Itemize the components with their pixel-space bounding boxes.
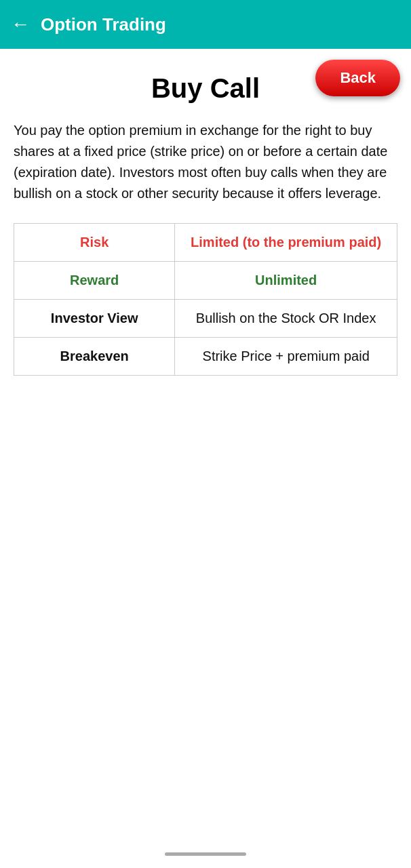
breakeven-value: Strike Price + premium paid — [175, 338, 397, 376]
table-row: Reward Unlimited — [14, 262, 397, 300]
header-back-icon[interactable]: ← — [11, 14, 30, 35]
risk-label: Risk — [14, 224, 175, 262]
bottom-home-bar — [165, 852, 246, 856]
reward-value: Unlimited — [175, 262, 397, 300]
table-row: Breakeven Strike Price + premium paid — [14, 338, 397, 376]
description-text: You pay the option premium in exchange f… — [14, 120, 397, 204]
table-row: Investor View Bullish on the Stock OR In… — [14, 300, 397, 338]
breakeven-label: Breakeven — [14, 338, 175, 376]
app-header: ← Option Trading — [0, 0, 411, 49]
header-title: Option Trading — [41, 14, 166, 35]
risk-value: Limited (to the premium paid) — [175, 224, 397, 262]
back-button[interactable]: Back — [315, 60, 400, 96]
main-content: Back Buy Call You pay the option premium… — [0, 49, 411, 387]
table-row: Risk Limited (to the premium paid) — [14, 224, 397, 262]
investor-view-value: Bullish on the Stock OR Index — [175, 300, 397, 338]
investor-view-label: Investor View — [14, 300, 175, 338]
info-table: Risk Limited (to the premium paid) Rewar… — [14, 223, 397, 376]
reward-label: Reward — [14, 262, 175, 300]
